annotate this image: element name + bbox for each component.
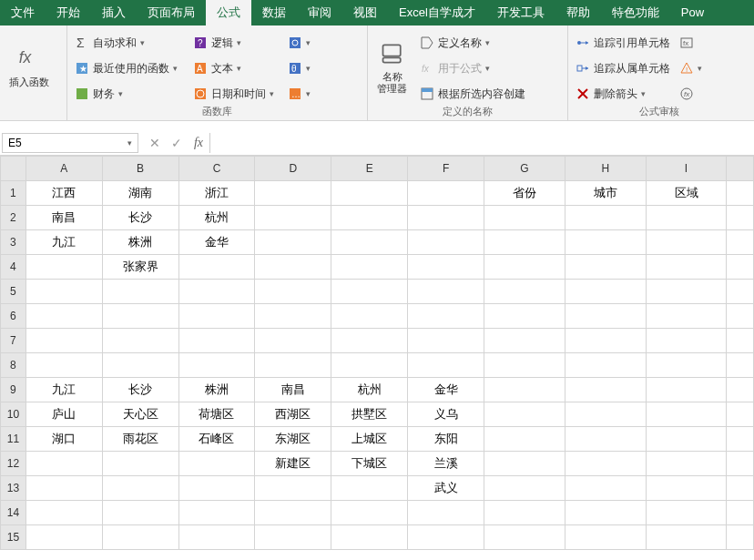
cell-D3[interactable] xyxy=(255,230,331,255)
cell-G9[interactable] xyxy=(484,378,566,402)
col-header-G[interactable]: G xyxy=(484,157,566,181)
cell-A1[interactable]: 江西 xyxy=(25,181,102,206)
create-from-selection-button[interactable]: 根据所选内容创建 xyxy=(416,82,529,106)
cell-I10[interactable] xyxy=(646,402,727,427)
col-header-C[interactable]: C xyxy=(178,157,255,181)
col-header-D[interactable]: D xyxy=(255,157,331,181)
trace-precedents-button[interactable]: 追踪引用单元格 xyxy=(572,31,674,55)
row-header-11[interactable]: 11 xyxy=(1,427,26,452)
cell-A10[interactable]: 庐山 xyxy=(25,402,102,427)
cell-D10[interactable]: 西湖区 xyxy=(255,402,331,427)
cell-A7[interactable] xyxy=(25,329,102,353)
cell-B9[interactable]: 长沙 xyxy=(102,378,178,402)
cell-I9[interactable] xyxy=(646,378,727,402)
lookup-button[interactable]: ▾ xyxy=(286,31,317,55)
cell-F6[interactable] xyxy=(408,304,484,329)
col-header-J[interactable] xyxy=(727,157,754,181)
menu-tab-formulas[interactable]: 公式 xyxy=(206,0,251,25)
evaluate-formula-button[interactable]: fx xyxy=(678,82,708,106)
cell-I8[interactable] xyxy=(646,353,727,378)
row-header-7[interactable]: 7 xyxy=(1,329,26,353)
cell-H15[interactable] xyxy=(565,525,646,550)
cell-G15[interactable] xyxy=(484,525,566,550)
cell-G13[interactable] xyxy=(484,476,566,501)
cell-H9[interactable] xyxy=(565,378,646,402)
cell-B14[interactable] xyxy=(102,501,178,525)
cell-A14[interactable] xyxy=(25,501,102,525)
cell-I14[interactable] xyxy=(646,501,727,525)
cell-C2[interactable]: 杭州 xyxy=(178,206,255,230)
cell-H8[interactable] xyxy=(565,353,646,378)
cell-E9[interactable]: 杭州 xyxy=(331,378,408,402)
cell-A5[interactable] xyxy=(25,280,102,304)
cell-E11[interactable]: 上城区 xyxy=(331,427,408,452)
cell-F9[interactable]: 金华 xyxy=(408,378,484,402)
cell-J12[interactable] xyxy=(727,452,754,476)
row-header-3[interactable]: 3 xyxy=(1,230,26,255)
more-functions-button[interactable]: …▾ xyxy=(286,82,317,106)
text-button[interactable]: A 文本▾ xyxy=(189,56,282,80)
cell-G8[interactable] xyxy=(484,353,566,378)
cell-I15[interactable] xyxy=(646,525,727,550)
logical-button[interactable]: ? 逻辑▾ xyxy=(189,31,282,55)
cell-H2[interactable] xyxy=(565,206,646,230)
row-header-6[interactable]: 6 xyxy=(1,304,26,329)
col-header-A[interactable]: A xyxy=(25,157,102,181)
cell-H1[interactable]: 城市 xyxy=(565,181,646,206)
spreadsheet-grid[interactable]: A B C D E F G H I 1江西湖南浙江省份城市区域2南昌长沙杭州3九… xyxy=(0,156,754,550)
row-header-2[interactable]: 2 xyxy=(1,206,26,230)
cell-A9[interactable]: 九江 xyxy=(25,378,102,402)
cell-C1[interactable]: 浙江 xyxy=(178,181,255,206)
cell-J1[interactable] xyxy=(727,181,754,206)
cell-J15[interactable] xyxy=(727,525,754,550)
cell-G10[interactable] xyxy=(484,402,566,427)
cell-D9[interactable]: 南昌 xyxy=(255,378,331,402)
row-header-12[interactable]: 12 xyxy=(1,452,26,476)
menu-tab-data[interactable]: 数据 xyxy=(251,0,297,25)
cell-A15[interactable] xyxy=(25,525,102,550)
cell-J7[interactable] xyxy=(727,329,754,353)
cell-E8[interactable] xyxy=(331,353,408,378)
name-box[interactable]: E5 ▾ xyxy=(2,133,138,153)
col-header-B[interactable]: B xyxy=(102,157,178,181)
cell-D1[interactable] xyxy=(255,181,331,206)
cell-F8[interactable] xyxy=(408,353,484,378)
define-name-button[interactable]: 定义名称▾ xyxy=(416,31,529,55)
cell-C5[interactable] xyxy=(178,280,255,304)
cell-D8[interactable] xyxy=(255,353,331,378)
cell-G11[interactable] xyxy=(484,427,566,452)
cell-E1[interactable] xyxy=(331,181,408,206)
cell-C3[interactable]: 金华 xyxy=(178,230,255,255)
cell-B5[interactable] xyxy=(102,280,178,304)
cell-G7[interactable] xyxy=(484,329,566,353)
menu-tab-review[interactable]: 审阅 xyxy=(297,0,342,25)
cell-I13[interactable] xyxy=(646,476,727,501)
col-header-F[interactable]: F xyxy=(408,157,484,181)
col-header-I[interactable]: I xyxy=(646,157,727,181)
cell-C6[interactable] xyxy=(178,304,255,329)
col-header-H[interactable]: H xyxy=(565,157,646,181)
error-checking-button[interactable]: !▾ xyxy=(678,56,708,80)
insert-fx-button[interactable]: fx xyxy=(188,133,209,153)
cell-E13[interactable] xyxy=(331,476,408,501)
cell-H3[interactable] xyxy=(565,230,646,255)
cell-A8[interactable] xyxy=(25,353,102,378)
row-header-1[interactable]: 1 xyxy=(1,181,26,206)
cell-H7[interactable] xyxy=(565,329,646,353)
cell-H5[interactable] xyxy=(565,280,646,304)
cell-H10[interactable] xyxy=(565,402,646,427)
cell-J11[interactable] xyxy=(727,427,754,452)
row-header-14[interactable]: 14 xyxy=(1,501,26,525)
menu-tab-custom1[interactable]: Excel自学成才 xyxy=(388,0,486,25)
cell-D12[interactable]: 新建区 xyxy=(255,452,331,476)
cell-A6[interactable] xyxy=(25,304,102,329)
select-all-corner[interactable] xyxy=(1,157,26,181)
cell-F4[interactable] xyxy=(408,255,484,280)
cell-F3[interactable] xyxy=(408,230,484,255)
menu-tab-file[interactable]: 文件 xyxy=(0,0,46,25)
cell-B7[interactable] xyxy=(102,329,178,353)
cell-F14[interactable] xyxy=(408,501,484,525)
cell-I4[interactable] xyxy=(646,255,727,280)
row-header-5[interactable]: 5 xyxy=(1,280,26,304)
cell-C14[interactable] xyxy=(178,501,255,525)
